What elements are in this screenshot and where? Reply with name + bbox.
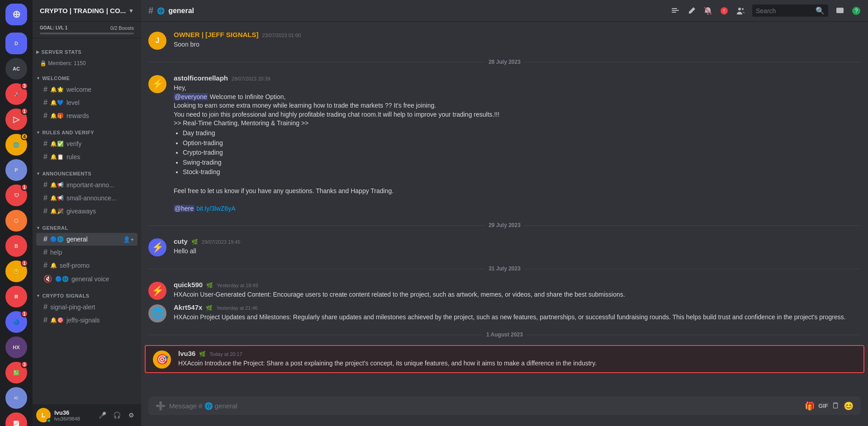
server-list: ⊕ D AC 3 🚀 1 ▷ 4 🌐 P 1 🛡 ⬡ B 1 😊 R 1 🔵 (0, 0, 33, 426)
server-icon[interactable]: IC (5, 387, 27, 409)
category-general[interactable]: ▼ GENERAL (33, 218, 141, 232)
message-author[interactable]: OWNER | [JEFF SIGNALS] (174, 31, 259, 38)
voice-icon: 🔇 (43, 275, 52, 283)
collapse-icon: ▼ (36, 293, 40, 298)
server-icon[interactable]: 1 😊 (5, 260, 27, 282)
sticker-icon[interactable]: 🗒 (832, 401, 840, 411)
hash-icon: # (43, 261, 47, 270)
channel-item-rules[interactable]: # 🔔📋 rules (36, 151, 138, 163)
channel-item-jeffs-signals[interactable]: # 🔔🎯 jeffs-signals (36, 314, 138, 327)
message-text: Hey, @everyone Welcome to Infinite Optio… (174, 84, 861, 213)
server-icon[interactable]: HX (5, 336, 27, 358)
boost-bar: GOAL: LVL 1 0/2 Boosts (33, 22, 141, 38)
server-icon[interactable]: 📈 (5, 412, 27, 426)
channel-item-important-anno[interactable]: # 🔔📢 important-anno... (36, 179, 138, 191)
collapse-icon: ▼ (36, 226, 40, 230)
message-timestamp: 29/07/2023 19:45 (202, 239, 241, 245)
channel-item-help[interactable]: # help (36, 246, 138, 259)
server-icon[interactable]: D (5, 33, 27, 54)
inbox-icon[interactable] (835, 6, 844, 15)
hash-icon: # (43, 85, 47, 94)
server-icon[interactable]: B (5, 235, 27, 257)
server-icon[interactable]: 4 🌐 (5, 134, 27, 156)
channel-item-general-voice[interactable]: 🔇 🔵🌐 general voice (36, 272, 138, 285)
message-timestamp: Today at 20:17 (209, 351, 242, 357)
svg-text:!: ! (724, 9, 725, 14)
channel-item-verify[interactable]: # 🔔✅ verify (36, 137, 138, 150)
server-icon[interactable]: 1 🔵 (5, 311, 27, 333)
message-timestamp: Yesterday at 21:46 (216, 305, 257, 311)
avatar: 🎯 (153, 350, 171, 369)
category-welcome[interactable]: ▼ WELCOME (33, 68, 141, 83)
channel-list: ▶ SERVER STATS 🔒 Members: 1150 ▼ WELCOME… (33, 38, 141, 404)
channel-item-rewards[interactable]: # 🔔🎁 rewards (36, 109, 138, 122)
main-content: # 🌐 general ! 🔍 (141, 0, 868, 426)
server-icon[interactable]: P (5, 159, 27, 181)
deafen-button[interactable]: 🎧 (110, 409, 123, 421)
add-member-icon[interactable]: 👤+ (123, 236, 134, 243)
channel-item-general[interactable]: # 🔵🌐 general 👤+ (36, 233, 138, 246)
server-icon[interactable]: 1 🛡 (5, 185, 27, 206)
avatar: 🌐 (148, 304, 166, 322)
server-icon[interactable]: AC (5, 58, 27, 80)
avatar[interactable]: L (36, 408, 51, 422)
member-list-icon[interactable] (736, 6, 745, 15)
edit-icon[interactable] (687, 6, 696, 15)
channel-item-welcome[interactable]: # 🔔🌟 welcome (36, 83, 138, 96)
emoji-icon[interactable]: 😊 (844, 401, 854, 411)
hash-icon: # (43, 194, 47, 202)
server-name[interactable]: CRYPTO | TRADING | CO... ▼ (33, 0, 141, 22)
channel-item-small-announce[interactable]: # 🔔📢 small-announce... (36, 192, 138, 204)
notification-badge-icon[interactable]: ! (720, 6, 729, 15)
channel-item-giveaways[interactable]: # 🔔🎉 giveaways (36, 205, 138, 218)
hash-icon: # (43, 303, 47, 311)
message-author[interactable]: lvu36 (178, 350, 195, 357)
verified-badge: 🌿 (199, 351, 206, 357)
server-icon[interactable]: ⬡ (5, 210, 27, 232)
mute-button[interactable]: 🎤 (96, 409, 109, 421)
category-rules[interactable]: ▼ RULES AND VERIFY (33, 123, 141, 137)
message-timestamp: 23/07/2023 01:00 (262, 33, 301, 38)
category-crypto-signals[interactable]: ▼ CRYPTO SIGNALS (33, 286, 141, 300)
message-timestamp: 28/07/2023 20:39 (232, 76, 270, 81)
top-bar: # 🌐 general ! 🔍 (141, 0, 868, 22)
bell-slash-icon[interactable] (703, 6, 712, 15)
message-author[interactable]: quick590 (174, 281, 203, 289)
message-group: 🌐 Akrt547x 🌿 Yesterday at 21:46 HXAcoin … (141, 302, 868, 324)
svg-rect-0 (672, 8, 677, 9)
channel-title: general (168, 7, 194, 15)
channel-item-signal-ping[interactable]: # signal-ping-alert (36, 301, 138, 313)
threads-icon[interactable] (671, 6, 680, 15)
message-text: HXAcoin User-Generated Content: Encourag… (174, 290, 861, 299)
channel-item-level[interactable]: # 🔔💙 level (36, 96, 138, 109)
hash-icon: # (43, 181, 47, 189)
svg-rect-1 (672, 10, 679, 11)
hash-icon: # (43, 153, 47, 161)
collapse-icon: ▼ (36, 130, 40, 135)
channel-item-self-promo[interactable]: # 🔔 self-promo (36, 259, 138, 272)
server-icon[interactable]: R (5, 286, 27, 308)
avatar: ⚡ (148, 238, 166, 256)
gif-icon[interactable]: GIF (818, 402, 828, 409)
message-input[interactable] (169, 397, 801, 415)
category-announcements[interactable]: ▼ ANNOUNCEMENTS (33, 164, 141, 178)
server-icon[interactable]: 3 💹 (5, 362, 27, 383)
search-bar[interactable]: 🔍 (752, 5, 828, 17)
help-icon[interactable]: ? (852, 6, 861, 15)
server-icon[interactable]: 1 ▷ (5, 109, 27, 130)
channel-globe-emoji: 🌐 (157, 7, 165, 14)
message-group: ⚡ cuty 🌿 29/07/2023 19:45 Hello all (141, 236, 868, 258)
gift-icon[interactable]: 🎁 (805, 401, 815, 411)
search-input[interactable] (756, 7, 812, 14)
settings-button[interactable]: ⚙ (125, 409, 138, 421)
category-server-stats[interactable]: ▶ SERVER STATS (33, 42, 141, 57)
add-attachment-icon[interactable]: ➕ (156, 401, 166, 411)
hash-icon: # (43, 140, 47, 148)
message-author[interactable]: astolficornellaph (174, 74, 228, 82)
server-icon[interactable]: 3 🚀 (5, 83, 27, 105)
message-author[interactable]: cuty (174, 237, 188, 245)
home-button[interactable]: ⊕ (5, 4, 27, 25)
hash-icon: # (43, 235, 47, 243)
message-author[interactable]: Akrt547x (174, 303, 202, 311)
search-icon: 🔍 (816, 6, 825, 15)
